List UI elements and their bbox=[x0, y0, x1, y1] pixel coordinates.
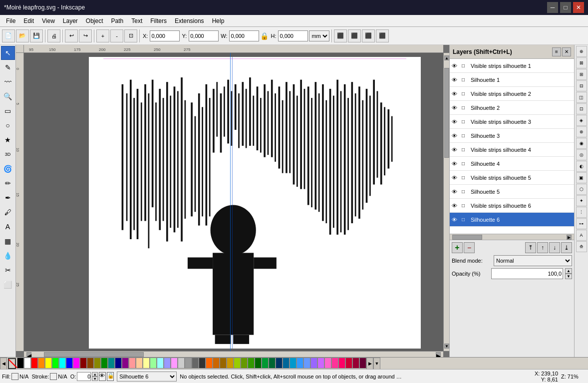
color-swatch[interactable] bbox=[31, 358, 38, 369]
eraser-tool-button[interactable]: ⬜ bbox=[1, 278, 15, 292]
menu-item-path[interactable]: Path bbox=[107, 16, 128, 25]
x-input[interactable] bbox=[150, 30, 180, 41]
color-swatch[interactable] bbox=[24, 358, 31, 369]
save-button[interactable]: 💾 bbox=[30, 29, 43, 42]
layer-lock-icon[interactable]: □ bbox=[462, 175, 469, 180]
unit-select[interactable]: mm px pt cm bbox=[309, 30, 329, 41]
layer-eye-icon[interactable]: 👁 bbox=[452, 119, 460, 125]
snap-btn-17[interactable]: A bbox=[576, 230, 587, 241]
layer-item[interactable]: 👁□Visible strips silhouette 6 bbox=[450, 199, 574, 213]
snap-btn-7[interactable]: ◈ bbox=[576, 115, 587, 126]
blend-mode-select[interactable]: Normal Multiply Screen Overlay bbox=[494, 255, 572, 266]
zoom-in-button[interactable]: + bbox=[96, 29, 109, 42]
menu-item-object[interactable]: Object bbox=[82, 16, 107, 25]
color-swatch[interactable] bbox=[80, 358, 87, 369]
vertical-scrollbar[interactable]: ▲ ▼ bbox=[443, 53, 449, 351]
color-swatch[interactable] bbox=[206, 358, 213, 369]
snap-btn-15[interactable]: ⋮ bbox=[576, 207, 587, 218]
menu-item-layer[interactable]: Layer bbox=[59, 16, 82, 25]
hscroll-left-arrow[interactable]: ◀ bbox=[26, 352, 31, 357]
color-swatch[interactable] bbox=[290, 358, 296, 369]
color-swatch[interactable] bbox=[269, 358, 276, 369]
snap-btn-1[interactable]: ⊕ bbox=[576, 46, 587, 57]
color-swatch[interactable] bbox=[227, 358, 234, 369]
layer-item[interactable]: 👁□Silhouette 5 bbox=[450, 185, 574, 199]
opacity-status-down[interactable]: ▼ bbox=[92, 377, 98, 381]
menu-item-filters[interactable]: Filters bbox=[146, 16, 171, 25]
star-tool-button[interactable]: ★ bbox=[1, 133, 15, 147]
menu-item-file[interactable]: File bbox=[2, 16, 19, 25]
color-swatch[interactable] bbox=[38, 358, 45, 369]
layer-eye-icon[interactable]: 👁 bbox=[452, 217, 460, 223]
layer-move-to-bottom-button[interactable]: ⤓ bbox=[561, 242, 572, 253]
menu-item-edit[interactable]: Edit bbox=[19, 16, 38, 25]
align-right-button[interactable]: ⬛ bbox=[362, 29, 375, 42]
vscroll-down-arrow[interactable]: ▼ bbox=[444, 344, 449, 349]
color-swatch[interactable] bbox=[255, 358, 262, 369]
layer-move-down-button[interactable]: ↓ bbox=[549, 242, 560, 253]
align-left-button[interactable]: ⬛ bbox=[334, 29, 347, 42]
spray-tool-button[interactable]: ✂ bbox=[1, 263, 15, 277]
layer-lock-icon[interactable]: □ bbox=[462, 77, 469, 82]
snap-btn-10[interactable]: ◎ bbox=[576, 149, 587, 160]
color-swatch[interactable] bbox=[220, 358, 227, 369]
layer-eye-icon[interactable]: 👁 bbox=[452, 147, 460, 153]
minimize-button[interactable]: ─ bbox=[547, 2, 558, 13]
layer-status-select[interactable]: Silhouette 6 bbox=[117, 372, 177, 382]
opacity-up-button[interactable]: ▲ bbox=[565, 268, 572, 274]
color-swatch[interactable] bbox=[178, 358, 185, 369]
color-swatch[interactable] bbox=[101, 358, 108, 369]
menu-item-text[interactable]: Text bbox=[127, 16, 146, 25]
layer-item[interactable]: 👁□Visible strips silhouette 4 bbox=[450, 143, 574, 157]
snap-btn-18[interactable]: ⟰ bbox=[576, 241, 587, 252]
spiral-tool-button[interactable]: 🌀 bbox=[1, 162, 15, 176]
layer-lock-icon[interactable]: □ bbox=[462, 189, 469, 194]
layer-lock-icon[interactable]: □ bbox=[462, 203, 469, 208]
no-color-swatch[interactable] bbox=[8, 358, 16, 369]
align-top-button[interactable]: ⬛ bbox=[376, 29, 389, 42]
layer-item[interactable]: 👁□Silhouette 4 bbox=[450, 157, 574, 171]
color-swatch[interactable] bbox=[129, 358, 136, 369]
color-swatch[interactable] bbox=[199, 358, 206, 369]
layers-scroll-thumb[interactable] bbox=[452, 235, 482, 240]
fill-swatch[interactable] bbox=[11, 373, 18, 380]
color-swatch[interactable] bbox=[310, 358, 317, 369]
layer-lock-icon[interactable]: □ bbox=[462, 161, 469, 166]
color-swatch[interactable] bbox=[296, 358, 303, 369]
snap-btn-11[interactable]: ◐ bbox=[576, 161, 587, 172]
color-swatch[interactable] bbox=[87, 358, 94, 369]
opacity-down-button[interactable]: ▼ bbox=[565, 274, 572, 279]
pencil-tool-button[interactable]: ✏ bbox=[1, 176, 15, 190]
text-tool-button[interactable]: A bbox=[1, 220, 15, 234]
layer-item[interactable]: 👁□Silhouette 6 bbox=[450, 213, 574, 227]
layer-item[interactable]: 👁□Visible strips silhouette 2 bbox=[450, 87, 574, 101]
color-swatch[interactable] bbox=[324, 358, 331, 369]
layer-item[interactable]: 👁□Visible strips silhouette 1 bbox=[450, 59, 574, 73]
color-swatch[interactable] bbox=[234, 358, 241, 369]
layer-eye-icon[interactable]: 👁 bbox=[452, 77, 460, 83]
layer-lock-icon[interactable]: □ bbox=[462, 217, 469, 222]
node-tool-button[interactable]: ✎ bbox=[1, 60, 15, 74]
layers-panel-close-button[interactable]: ✕ bbox=[562, 47, 571, 56]
color-swatch[interactable] bbox=[317, 358, 324, 369]
w-input[interactable] bbox=[229, 30, 259, 41]
lock-aspect-icon[interactable]: 🔒 bbox=[260, 32, 269, 40]
color-swatch[interactable] bbox=[17, 358, 24, 369]
calligraphy-tool-button[interactable]: 🖋 bbox=[1, 205, 15, 219]
rect-tool-button[interactable]: ▭ bbox=[1, 104, 15, 118]
snap-btn-6[interactable]: ⊡ bbox=[576, 103, 587, 114]
color-swatch[interactable] bbox=[262, 358, 269, 369]
3dbox-tool-button[interactable]: 3D bbox=[1, 147, 15, 161]
color-swatch[interactable] bbox=[331, 358, 338, 369]
color-swatch[interactable] bbox=[52, 358, 59, 369]
menu-item-view[interactable]: View bbox=[38, 16, 59, 25]
layers-scrollbar[interactable]: ▶ bbox=[450, 234, 574, 240]
pen-tool-button[interactable]: ✒ bbox=[1, 191, 15, 205]
layer-item[interactable]: 👁□Silhouette 2 bbox=[450, 101, 574, 115]
snap-btn-4[interactable]: ⊟ bbox=[576, 80, 587, 91]
layer-eye-icon[interactable]: 👁 bbox=[452, 161, 460, 167]
horizontal-scrollbar[interactable]: ◀ ▶ bbox=[24, 351, 443, 357]
color-swatch[interactable] bbox=[303, 358, 310, 369]
color-swatch[interactable] bbox=[345, 358, 352, 369]
menu-item-extensions[interactable]: Extensions bbox=[171, 16, 208, 25]
